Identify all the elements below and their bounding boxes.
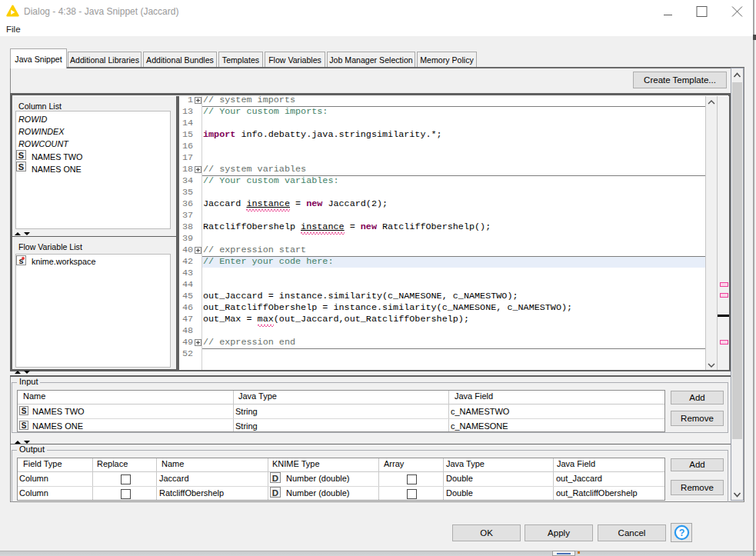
svg-text:?: ?: [679, 528, 685, 538]
